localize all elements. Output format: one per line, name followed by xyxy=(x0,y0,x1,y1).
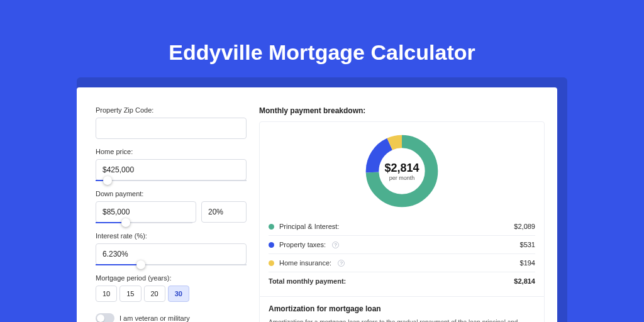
period-pill-15[interactable]: 15 xyxy=(119,286,141,302)
down-payment-slider[interactable] xyxy=(96,222,192,223)
legend-value: $2,089 xyxy=(514,223,535,230)
veteran-row: I am veteran or military xyxy=(96,313,247,322)
down-payment-field: Down payment: xyxy=(96,190,247,223)
legend-dot xyxy=(269,224,274,230)
interest-field: Interest rate (%): xyxy=(96,232,247,265)
legend-dot xyxy=(269,260,274,266)
info-icon[interactable]: ? xyxy=(332,242,339,248)
calculator-card: Property Zip Code: Home price: Down paym… xyxy=(77,87,557,322)
breakdown-title: Monthly payment breakdown: xyxy=(259,106,545,115)
donut-area: $2,814 per month xyxy=(269,128,535,218)
veteran-toggle[interactable] xyxy=(96,313,114,322)
legend-row: Principal & Interest:$2,089 xyxy=(269,218,535,235)
interest-slider-thumb[interactable] xyxy=(136,260,145,269)
donut-total: $2,814 xyxy=(384,162,419,175)
home-price-label: Home price: xyxy=(96,148,247,155)
zip-label: Property Zip Code: xyxy=(96,106,247,114)
legend-row: Home insurance:?$194 xyxy=(269,253,535,272)
legend-total-label: Total monthly payment: xyxy=(269,277,346,285)
legend-label: Property taxes: xyxy=(279,241,326,248)
period-label: Mortgage period (years): xyxy=(96,274,247,282)
legend-total-value: $2,814 xyxy=(514,277,535,285)
legend-label: Principal & Interest: xyxy=(279,223,339,230)
breakdown-column: Monthly payment breakdown: $2,814 per mo… xyxy=(259,106,545,320)
home-price-slider-thumb[interactable] xyxy=(103,176,112,185)
home-price-slider[interactable] xyxy=(96,180,247,181)
form-column: Property Zip Code: Home price: Down paym… xyxy=(96,106,247,320)
interest-slider[interactable] xyxy=(96,264,247,265)
zip-input[interactable] xyxy=(96,118,247,139)
period-field: Mortgage period (years): 10152030 xyxy=(96,274,247,302)
legend-label: Home insurance: xyxy=(279,259,331,267)
amortization-panel: Amortization for mortgage loan Amortizat… xyxy=(259,297,545,322)
period-pill-10[interactable]: 10 xyxy=(96,286,117,302)
period-pill-30[interactable]: 30 xyxy=(168,286,189,302)
breakdown-panel: $2,814 per month Principal & Interest:$2… xyxy=(259,121,545,297)
legend-total-row: Total monthly payment:$2,814 xyxy=(269,272,535,290)
down-payment-label: Down payment: xyxy=(96,190,247,197)
amortization-title: Amortization for mortgage loan xyxy=(269,304,535,313)
donut-center: $2,814 per month xyxy=(363,132,441,210)
home-price-field: Home price: xyxy=(96,148,247,181)
down-payment-input[interactable] xyxy=(96,201,196,223)
legend-value: $531 xyxy=(520,241,535,248)
period-pill-20[interactable]: 20 xyxy=(144,286,165,302)
amortization-text: Amortization for a mortgage loan refers … xyxy=(269,318,535,322)
legend: Principal & Interest:$2,089Property taxe… xyxy=(269,218,535,290)
zip-field: Property Zip Code: xyxy=(96,106,247,139)
home-price-input[interactable] xyxy=(96,159,247,180)
interest-label: Interest rate (%): xyxy=(96,232,247,240)
veteran-label: I am veteran or military xyxy=(119,314,190,322)
down-payment-slider-thumb[interactable] xyxy=(121,218,130,227)
card-backdrop: Property Zip Code: Home price: Down paym… xyxy=(77,77,567,322)
donut-chart: $2,814 per month xyxy=(363,132,441,210)
info-icon[interactable]: ? xyxy=(338,260,345,267)
down-payment-pct-input[interactable] xyxy=(201,201,247,223)
interest-input[interactable] xyxy=(96,243,247,265)
legend-value: $194 xyxy=(520,259,535,267)
donut-sub: per month xyxy=(389,175,415,181)
page-title: Eddyville Mortgage Calculator xyxy=(0,0,644,77)
legend-row: Property taxes:?$531 xyxy=(269,235,535,253)
period-pills: 10152030 xyxy=(96,286,247,302)
legend-dot xyxy=(269,242,274,248)
